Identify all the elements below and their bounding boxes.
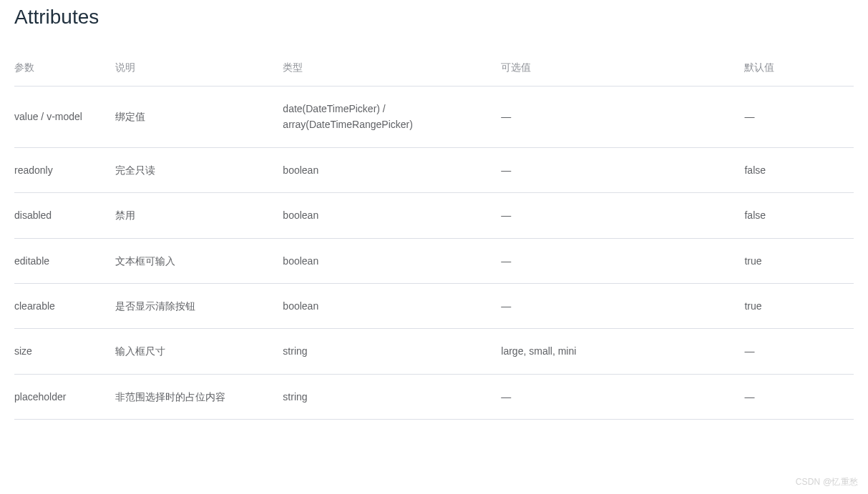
cell-desc: 非范围选择时的占位内容 [115, 374, 283, 419]
table-row: clearable 是否显示清除按钮 boolean — true [14, 283, 854, 328]
table-row: editable 文本框可输入 boolean — true [14, 238, 854, 283]
cell-options: — [501, 147, 744, 192]
cell-desc: 输入框尺寸 [115, 329, 283, 374]
cell-type: string [283, 329, 501, 374]
cell-default: true [744, 283, 854, 328]
table-row: value / v-model 绑定值 date(DateTimePicker)… [14, 87, 854, 148]
cell-desc: 完全只读 [115, 147, 283, 192]
cell-options: — [501, 374, 744, 419]
table-header-row: 参数 说明 类型 可选值 默认值 [14, 50, 854, 87]
col-header-param: 参数 [14, 50, 115, 87]
cell-param: editable [14, 238, 115, 283]
cell-type: boolean [283, 238, 501, 283]
table-row: size 输入框尺寸 string large, small, mini — [14, 329, 854, 374]
cell-param: value / v-model [14, 87, 115, 148]
table-row: placeholder 非范围选择时的占位内容 string — — [14, 374, 854, 419]
cell-default: — [744, 87, 854, 148]
cell-default: false [744, 193, 854, 238]
col-header-default: 默认值 [744, 50, 854, 87]
cell-param: disabled [14, 193, 115, 238]
cell-param: size [14, 329, 115, 374]
attributes-table: 参数 说明 类型 可选值 默认值 value / v-model 绑定值 dat… [14, 50, 854, 420]
cell-options: — [501, 283, 744, 328]
cell-default: — [744, 329, 854, 374]
cell-desc: 绑定值 [115, 87, 283, 148]
cell-options: — [501, 238, 744, 283]
cell-param: readonly [14, 147, 115, 192]
cell-options: — [501, 193, 744, 238]
cell-type: string [283, 374, 501, 419]
cell-desc: 是否显示清除按钮 [115, 283, 283, 328]
cell-options: — [501, 87, 744, 148]
cell-param: placeholder [14, 374, 115, 419]
cell-type: boolean [283, 283, 501, 328]
col-header-type: 类型 [283, 50, 501, 87]
cell-param: clearable [14, 283, 115, 328]
col-header-desc: 说明 [115, 50, 283, 87]
table-row: readonly 完全只读 boolean — false [14, 147, 854, 192]
cell-type: boolean [283, 193, 501, 238]
cell-default: — [744, 374, 854, 419]
cell-default: false [744, 147, 854, 192]
col-header-options: 可选值 [501, 50, 744, 87]
cell-desc: 文本框可输入 [115, 238, 283, 283]
section-title: Attributes [14, 6, 854, 29]
table-row: disabled 禁用 boolean — false [14, 193, 854, 238]
cell-default: true [744, 238, 854, 283]
cell-type: date(DateTimePicker) / array(DateTimeRan… [283, 87, 501, 148]
cell-desc: 禁用 [115, 193, 283, 238]
cell-options: large, small, mini [501, 329, 744, 374]
cell-type: boolean [283, 147, 501, 192]
